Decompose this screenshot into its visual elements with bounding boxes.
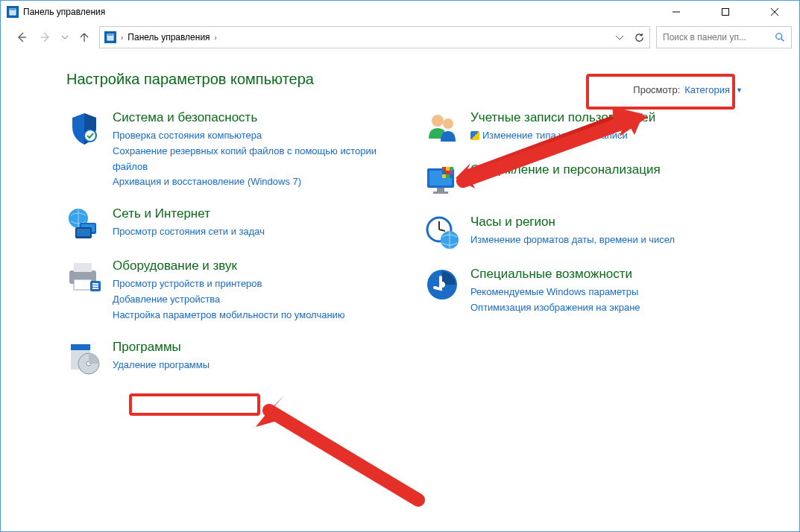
- left-column: Система и безопасность Проверка состояни…: [66, 110, 394, 392]
- search-input[interactable]: Поиск в панели уп...: [656, 26, 792, 48]
- category-link[interactable]: Просмотр состояния сети и задач: [113, 224, 394, 240]
- svg-point-54: [439, 282, 445, 288]
- svg-rect-2: [10, 9, 16, 10]
- category-ease-of-access: Специальные возможности Рекомендуемые Wi…: [424, 267, 752, 316]
- svg-rect-47: [446, 174, 450, 178]
- category-link[interactable]: Просмотр устройств и принтеров: [113, 276, 394, 292]
- svg-rect-39: [433, 191, 448, 194]
- maximize-button[interactable]: [708, 1, 743, 23]
- svg-rect-26: [92, 283, 98, 285]
- svg-rect-43: [442, 171, 446, 174]
- right-column: Учетные записи пользователей Изменение т…: [424, 110, 752, 392]
- up-button[interactable]: [75, 28, 93, 46]
- category-link[interactable]: Архивация и восстановление (Windows 7): [113, 174, 394, 190]
- category-title[interactable]: Оформление и персонализация: [470, 162, 752, 177]
- window-title: Панель управления: [23, 7, 105, 17]
- category-link[interactable]: Проверка состояния компьютера: [113, 128, 394, 144]
- nav-row: › Панель управления › Поиск в панели уп.…: [1, 23, 799, 51]
- shield-icon: [66, 110, 102, 146]
- control-panel-icon: [7, 6, 19, 18]
- category-hardware-sound: Оборудование и звук Просмотр устройств и…: [66, 259, 394, 323]
- forward-button[interactable]: [37, 28, 54, 46]
- category-user-accounts: Учетные записи пользователей Изменение т…: [424, 110, 752, 146]
- view-by-selector[interactable]: Просмотр: Категория ▼: [627, 81, 749, 98]
- svg-rect-23: [74, 263, 92, 272]
- category-programs: Программы Удаление программы: [66, 340, 394, 376]
- disc-box-icon: [66, 340, 102, 376]
- category-link-uninstall[interactable]: Удаление программы: [113, 358, 394, 373]
- category-title[interactable]: Часы и регион: [470, 215, 752, 229]
- close-button[interactable]: [758, 1, 792, 23]
- category-link[interactable]: Настройка параметров мобильности по умол…: [113, 308, 394, 323]
- breadcrumb-sep[interactable]: ›: [215, 34, 217, 42]
- breadcrumb-root[interactable]: Панель управления: [127, 32, 210, 42]
- svg-point-14: [776, 34, 782, 39]
- clock-globe-icon: [424, 215, 460, 250]
- breadcrumb-icon: [104, 31, 116, 43]
- svg-point-35: [443, 118, 453, 129]
- breadcrumb-sep[interactable]: ›: [121, 34, 123, 42]
- svg-rect-40: [442, 167, 446, 171]
- svg-rect-30: [71, 344, 90, 350]
- window-controls: [659, 1, 792, 23]
- category-link[interactable]: Добавление устройства: [113, 292, 394, 308]
- category-link[interactable]: Рекомендуемые Windows параметры: [470, 285, 752, 300]
- minimize-button[interactable]: [659, 1, 693, 23]
- category-title[interactable]: Сеть и Интернет: [113, 206, 394, 221]
- svg-marker-60: [256, 396, 284, 427]
- category-system-security: Система и безопасность Проверка состояни…: [66, 110, 394, 190]
- search-icon[interactable]: [775, 32, 785, 42]
- category-link[interactable]: Изменение типа учетной записи: [470, 128, 752, 144]
- recent-dropdown[interactable]: [60, 28, 69, 46]
- category-link[interactable]: Сохранение резервных копий файлов с помо…: [113, 144, 394, 175]
- annotation-arrow-uninstall: [254, 396, 426, 507]
- svg-rect-3: [10, 11, 16, 15]
- globe-network-icon: [66, 206, 102, 242]
- view-by-label: Просмотр:: [633, 84, 680, 95]
- category-title[interactable]: Учетные записи пользователей: [470, 110, 752, 125]
- svg-rect-28: [92, 288, 98, 289]
- address-dropdown-icon[interactable]: [616, 34, 623, 41]
- svg-rect-27: [92, 285, 98, 287]
- users-icon: [424, 110, 460, 146]
- chevron-down-icon: ▼: [736, 86, 743, 94]
- svg-line-15: [781, 39, 784, 42]
- svg-rect-41: [446, 167, 450, 171]
- refresh-button[interactable]: [634, 32, 645, 43]
- svg-rect-44: [446, 171, 450, 174]
- titlebar: Панель управления: [1, 1, 799, 23]
- category-title[interactable]: Оборудование и звук: [113, 259, 394, 273]
- category-link[interactable]: Оптимизация изображения на экране: [470, 300, 752, 316]
- category-title[interactable]: Система и безопасность: [113, 110, 394, 125]
- svg-marker-59: [256, 411, 287, 427]
- svg-rect-38: [437, 188, 444, 191]
- svg-point-16: [84, 130, 96, 142]
- svg-rect-5: [722, 9, 729, 16]
- search-placeholder: Поиск в панели уп...: [663, 32, 746, 42]
- svg-rect-48: [450, 174, 453, 178]
- svg-rect-42: [450, 167, 453, 171]
- category-title[interactable]: Специальные возможности: [470, 267, 752, 282]
- address-bar[interactable]: › Панель управления ›: [99, 26, 650, 48]
- svg-rect-13: [107, 37, 113, 40]
- svg-rect-46: [442, 174, 446, 178]
- category-title[interactable]: Программы: [113, 340, 394, 355]
- svg-point-34: [432, 115, 444, 127]
- category-clock-region: Часы и регион Изменение форматов даты, в…: [424, 215, 752, 250]
- content-area: Настройка параметров компьютера Система …: [1, 51, 799, 399]
- svg-rect-12: [107, 34, 113, 36]
- category-network-internet: Сеть и Интернет Просмотр состояния сети …: [66, 206, 394, 242]
- back-button[interactable]: [13, 28, 31, 46]
- printer-icon: [66, 259, 102, 294]
- category-appearance: Оформление и персонализация: [424, 162, 752, 198]
- category-link[interactable]: Изменение форматов даты, времени и чисел: [470, 232, 752, 248]
- svg-rect-45: [450, 171, 453, 174]
- view-by-value: Категория: [684, 84, 730, 95]
- accessibility-icon: [424, 267, 460, 303]
- svg-rect-24: [74, 279, 92, 290]
- svg-rect-21: [77, 229, 90, 236]
- personalization-icon: [424, 162, 460, 198]
